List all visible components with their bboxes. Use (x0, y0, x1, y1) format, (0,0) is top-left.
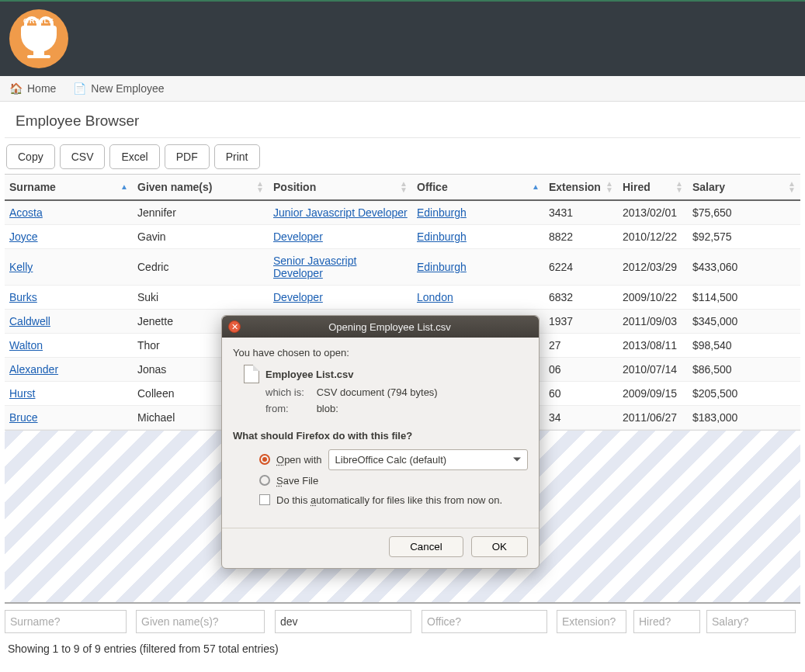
table-row: KellyCedricSenior Javascript DeveloperEd… (5, 249, 800, 286)
sort-icon: ▲▼ (788, 181, 796, 193)
nav-home-label: Home (27, 82, 56, 95)
given-cell: Gavin (133, 225, 269, 249)
surname-link[interactable]: Bruce (9, 411, 38, 424)
save-file-radio[interactable] (259, 475, 270, 486)
position-link[interactable]: Developer (273, 291, 323, 303)
open-with-label: Open with (276, 454, 322, 466)
sort-asc-icon: ▲ (532, 184, 540, 190)
page-title: Employee Browser (5, 109, 800, 138)
print-button[interactable]: Print (214, 144, 260, 169)
sort-icon: ▲▼ (256, 181, 264, 193)
sort-icon: ▲▼ (400, 181, 408, 193)
salary-cell: $75,650 (688, 200, 800, 225)
surname-link[interactable]: Hurst (9, 387, 35, 400)
surname-link[interactable]: Joyce (9, 230, 38, 243)
grails-logo: GRAILS (9, 9, 68, 68)
nav-new-employee[interactable]: 📄 New Employee (73, 82, 164, 95)
excel-button[interactable]: Excel (109, 144, 159, 169)
open-with-select[interactable]: LibreOffice Calc (default) (328, 449, 528, 470)
hired-cell: 2012/03/29 (618, 249, 688, 286)
dialog-titlebar[interactable]: ✕ Opening Employee List.csv (222, 316, 539, 338)
col-office[interactable]: Office ▲ (412, 175, 544, 201)
position-link[interactable]: Junior Javascript Developer (273, 206, 408, 219)
surname-link[interactable]: Caldwell (9, 315, 50, 327)
ext-cell: 60 (544, 382, 618, 406)
filter-position[interactable] (275, 610, 411, 633)
given-cell: Cedric (133, 249, 269, 286)
salary-cell: $86,500 (688, 358, 800, 382)
download-dialog: ✕ Opening Employee List.csv You have cho… (221, 315, 540, 569)
col-salary[interactable]: Salary ▲▼ (688, 175, 800, 201)
salary-cell: $433,060 (688, 249, 800, 286)
ext-cell: 3431 (544, 200, 618, 225)
filter-salary[interactable] (706, 610, 796, 633)
close-icon[interactable]: ✕ (228, 320, 241, 333)
csv-button[interactable]: CSV (60, 144, 106, 169)
col-extension[interactable]: Extension ▲▼ (544, 175, 618, 201)
hired-cell: 2010/12/22 (618, 225, 688, 249)
auto-checkbox[interactable] (259, 494, 270, 505)
col-salary-label: Salary (692, 181, 725, 193)
which-is-label: which is: (265, 385, 314, 401)
hired-cell: 2013/02/01 (618, 200, 688, 225)
from-value: blob: (317, 403, 338, 414)
office-link[interactable]: Edinburgh (417, 206, 467, 219)
app-header: GRAILS (0, 0, 805, 76)
dialog-filename: Employee List.csv (265, 369, 353, 380)
hired-cell: 2011/09/03 (618, 310, 688, 334)
office-link[interactable]: London (417, 291, 453, 303)
hired-cell: 2013/08/11 (618, 334, 688, 358)
which-is-value: CSV document (794 bytes) (317, 386, 438, 398)
salary-cell: $114,500 (688, 286, 800, 310)
surname-link[interactable]: Burks (9, 291, 37, 303)
cancel-button[interactable]: Cancel (389, 536, 463, 557)
given-cell: Suki (133, 286, 269, 310)
copy-button[interactable]: Copy (6, 144, 55, 169)
col-given[interactable]: Given name(s) ▲▼ (133, 175, 269, 201)
salary-cell: $98,540 (688, 334, 800, 358)
salary-cell: $345,000 (688, 310, 800, 334)
ok-button[interactable]: OK (471, 536, 528, 557)
col-position[interactable]: Position ▲▼ (269, 175, 412, 201)
col-office-label: Office (417, 181, 448, 193)
ext-cell: 27 (544, 334, 618, 358)
position-link[interactable]: Senior Javascript Developer (273, 255, 356, 279)
pdf-button[interactable]: PDF (165, 144, 210, 169)
sort-icon: ▲▼ (675, 181, 683, 193)
nav-bar: 🏠 Home 📄 New Employee (0, 76, 805, 102)
filter-office[interactable] (422, 610, 547, 633)
col-extension-label: Extension (549, 181, 601, 193)
table-row: JoyceGavinDeveloperEdinburgh88222010/12/… (5, 225, 800, 249)
hired-cell: 2009/09/15 (618, 382, 688, 406)
surname-link[interactable]: Walton (9, 339, 43, 352)
salary-cell: $92,575 (688, 225, 800, 249)
office-link[interactable]: Edinburgh (417, 230, 467, 243)
filter-extension[interactable] (557, 610, 626, 633)
sort-asc-icon: ▲ (120, 184, 128, 190)
open-with-radio[interactable] (259, 454, 270, 465)
ext-cell: 1937 (544, 310, 618, 334)
file-icon (244, 365, 259, 383)
status-line: Showing 1 to 9 of 9 entries (filtered fr… (5, 633, 800, 664)
surname-link[interactable]: Alexander (9, 363, 58, 376)
given-cell: Jennifer (133, 200, 269, 225)
ext-cell: 34 (544, 406, 618, 430)
salary-cell: $205,500 (688, 382, 800, 406)
nav-home[interactable]: 🏠 Home (9, 82, 56, 95)
surname-link[interactable]: Acosta (9, 206, 43, 219)
hired-cell: 2010/07/14 (618, 358, 688, 382)
salary-cell: $183,000 (688, 406, 800, 430)
col-given-label: Given name(s) (137, 181, 212, 193)
surname-link[interactable]: Kelly (9, 261, 33, 273)
col-surname[interactable]: Surname ▲ (5, 175, 133, 201)
position-link[interactable]: Developer (273, 230, 323, 243)
filter-hired[interactable] (633, 610, 700, 633)
office-link[interactable]: Edinburgh (417, 261, 467, 273)
new-employee-icon: 📄 (73, 82, 86, 95)
filter-given[interactable] (136, 610, 265, 633)
table-row: BurksSukiDeveloperLondon68322009/10/22$1… (5, 286, 800, 310)
hired-cell: 2011/06/27 (618, 406, 688, 430)
save-file-label: Save File (276, 475, 318, 487)
filter-surname[interactable] (5, 610, 127, 633)
col-hired[interactable]: Hired ▲▼ (618, 175, 688, 201)
